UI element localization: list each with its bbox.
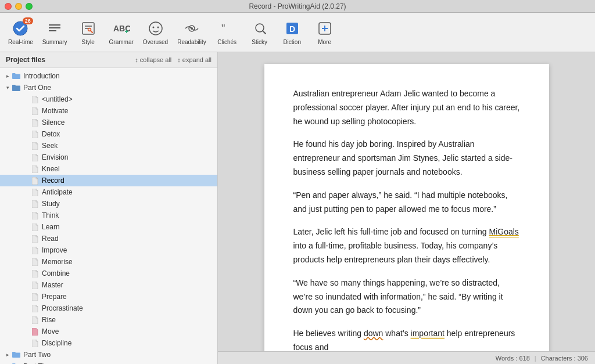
collapse-all-button[interactable]: ↕ collapse all xyxy=(135,56,171,63)
file-icon xyxy=(30,141,40,150)
tree-item-improve[interactable]: Improve xyxy=(0,244,217,256)
tree-item-anticipate[interactable]: Anticipate xyxy=(0,186,217,198)
tree-item-part-two[interactable]: ▸Part Two xyxy=(0,349,217,361)
tree-item-read[interactable]: Read xyxy=(0,233,217,244)
file-icon xyxy=(30,280,40,290)
toolbar-more[interactable]: More xyxy=(309,15,341,50)
sidebar-controls: ↕ collapse all ↕ expand all xyxy=(135,56,212,63)
document-page: Australian entrepreneur Adam Jelic wante… xyxy=(264,64,549,351)
file-icon xyxy=(30,292,40,301)
tree-label-learn: Learn xyxy=(42,223,60,231)
toolbar-cliches[interactable]: "Clichés xyxy=(211,15,243,50)
toolbar-sticky[interactable]: Sticky xyxy=(243,15,276,50)
tree-label-envision: Envision xyxy=(42,153,68,161)
tree-item-detox[interactable]: Detox xyxy=(0,128,217,140)
word-count: Words : 618 xyxy=(496,355,530,362)
file-icon xyxy=(30,129,40,139)
tree-label-record: Record xyxy=(42,176,64,185)
tree-item-part-three[interactable]: ▸Part Three xyxy=(0,361,217,364)
folder-icon xyxy=(12,71,21,81)
tree-item-prepare[interactable]: Prepare xyxy=(0,291,217,302)
toolbar-grammar[interactable]: ABCGrammar xyxy=(105,15,138,50)
toolbar-style[interactable]: Style xyxy=(72,15,105,50)
tree-item-learn[interactable]: Learn xyxy=(0,221,217,233)
paragraph-p4: Later, Jelic left his full-time job and … xyxy=(293,225,520,266)
project-tree: ▸Introduction▾Part One<untitled>Motivate… xyxy=(0,68,217,364)
sticky-label: Sticky xyxy=(252,39,267,45)
tree-item-record[interactable]: Record xyxy=(0,175,217,186)
more-icon xyxy=(316,19,334,38)
summary-icon xyxy=(45,19,64,38)
tree-item-memorise[interactable]: Memorise xyxy=(0,256,217,268)
tree-label-prepare: Prepare xyxy=(42,293,67,301)
tree-item-think[interactable]: Think xyxy=(0,210,217,221)
file-icon xyxy=(30,234,40,243)
tree-label-motivate: Motivate xyxy=(42,107,68,115)
overused-label: Overused xyxy=(143,39,168,45)
realtime-label: Real-time xyxy=(8,39,33,45)
toolbar-realtime[interactable]: 26Real-time xyxy=(3,15,38,50)
tree-label-combine: Combine xyxy=(42,269,70,277)
tree-item-introduction[interactable]: ▸Introduction xyxy=(0,70,217,82)
tree-item-procrastinate[interactable]: Procrastinate xyxy=(0,302,217,314)
svg-point-10 xyxy=(152,27,154,28)
paragraph-p5: “We have so many things happening, we’re… xyxy=(293,276,520,318)
diction-label: Diction xyxy=(283,39,301,45)
tree-item-motivate[interactable]: Motivate xyxy=(0,105,217,117)
tree-label-kneel: Kneel xyxy=(42,165,60,173)
file-pink-icon xyxy=(30,327,40,336)
paragraph-p2: He found his day job boring. Inspired by… xyxy=(293,138,520,179)
sidebar-header: Project files ↕ collapse all ↕ expand al… xyxy=(0,52,217,68)
file-icon xyxy=(30,315,40,325)
toolbar-diction[interactable]: DDiction xyxy=(276,15,309,50)
tree-label-think: Think xyxy=(42,211,59,219)
svg-point-11 xyxy=(157,27,159,28)
toolbar: 26Real-timeSummaryStyleABCGrammarOveruse… xyxy=(0,13,595,52)
file-icon xyxy=(30,222,40,232)
tree-label-procrastinate: Procrastinate xyxy=(42,304,83,312)
minimize-button[interactable] xyxy=(15,3,22,10)
sticky-icon xyxy=(250,19,269,38)
tree-item-part-one[interactable]: ▾Part One xyxy=(0,82,217,93)
tree-item-discipline[interactable]: Discipline xyxy=(0,337,217,349)
tree-label-silence: Silence xyxy=(42,118,64,127)
grammar-label: Grammar xyxy=(109,39,134,45)
maximize-button[interactable] xyxy=(26,3,33,10)
tree-item-study[interactable]: Study xyxy=(0,198,217,210)
tree-item-envision[interactable]: Envision xyxy=(0,152,217,163)
tree-item-kneel[interactable]: Kneel xyxy=(0,163,217,175)
svg-point-7 xyxy=(88,28,91,31)
title-bar: Record - ProWritingAid (2.0.27) xyxy=(0,0,595,13)
tree-item-silence[interactable]: Silence xyxy=(0,117,217,128)
toolbar-readability[interactable]: Readability xyxy=(173,15,210,50)
tree-label-discipline: Discipline xyxy=(42,339,71,347)
paragraph-p3: “Pen and paper always,” he said. “I had … xyxy=(293,189,520,217)
file-icon xyxy=(30,338,40,348)
summary-label: Summary xyxy=(42,39,67,45)
editor-scroll[interactable]: Australian entrepreneur Adam Jelic wante… xyxy=(218,52,595,351)
cliches-label: Clichés xyxy=(217,39,236,45)
file-icon xyxy=(30,199,40,208)
tree-label-seek: Seek xyxy=(42,142,58,150)
close-button[interactable] xyxy=(5,3,12,10)
file-icon xyxy=(30,118,40,127)
toolbar-overused[interactable]: Overused xyxy=(138,15,173,50)
tree-item-seek[interactable]: Seek xyxy=(0,140,217,152)
folder-icon xyxy=(12,362,21,364)
tree-label-master: Master xyxy=(42,281,63,289)
realtime-badge: 26 xyxy=(23,17,33,24)
svg-text:D: D xyxy=(289,24,295,34)
tree-item-move[interactable]: Move xyxy=(0,326,217,337)
tree-item-rise[interactable]: Rise xyxy=(0,314,217,326)
tree-item-combine[interactable]: Combine xyxy=(0,268,217,279)
file-icon xyxy=(30,257,40,266)
svg-point-9 xyxy=(149,22,162,35)
tree-label-rise: Rise xyxy=(42,316,56,324)
window-controls xyxy=(5,3,33,10)
tree-item-master[interactable]: Master xyxy=(0,279,217,291)
text-underline-wavy: down xyxy=(364,329,383,338)
file-icon xyxy=(30,95,40,104)
tree-item-untitled[interactable]: <untitled> xyxy=(0,93,217,105)
expand-all-button[interactable]: ↕ expand all xyxy=(177,56,212,63)
toolbar-summary[interactable]: Summary xyxy=(38,15,72,50)
